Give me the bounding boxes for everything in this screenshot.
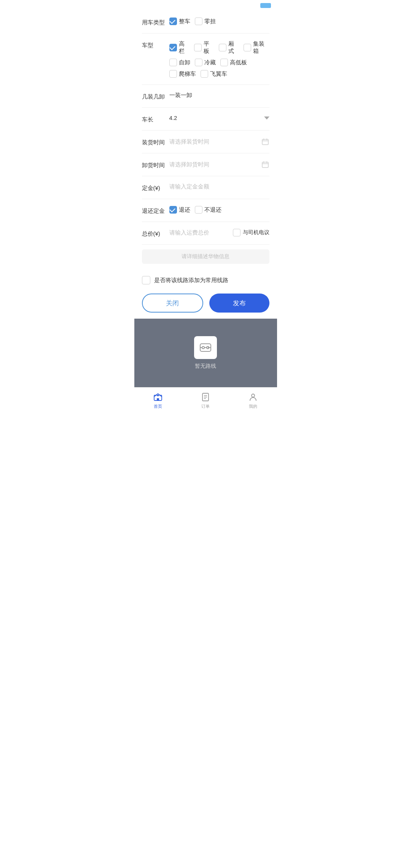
refund-option-label-0: 退还 [179, 206, 190, 214]
car-type-厢式[interactable]: 厢式 [219, 40, 239, 55]
car-type-label-高栏: 高栏 [179, 40, 190, 55]
total-price-placeholder: 请输入运费总价 [169, 229, 209, 236]
nav-profile-label: 我的 [249, 404, 257, 409]
vehicle-type-option-0[interactable]: 整车 [169, 18, 190, 25]
deposit-input[interactable]: 请输入定金金额 [169, 183, 269, 190]
car-type-label-爬梯车: 爬梯车 [179, 70, 196, 78]
car-type-label-自卸: 自卸 [179, 59, 190, 66]
refund-option-退还[interactable]: 退还 [169, 206, 190, 214]
checkbox-爬梯车[interactable] [169, 70, 177, 78]
car-type-冷藏[interactable]: 冷藏 [195, 59, 216, 66]
nav-item-home[interactable]: 首页 [134, 392, 182, 409]
car-type-label: 车型 [142, 40, 169, 49]
svg-point-22 [252, 394, 255, 397]
car-type-row: 车型 高栏 平板 厢式 集装箱 [142, 34, 269, 85]
unload-time-label: 卸货时间 [142, 160, 169, 169]
car-type-label-高低板: 高低板 [230, 59, 247, 66]
load-time-row: 装货时间 请选择装货时间 [142, 131, 269, 153]
car-type-高低板[interactable]: 高低板 [220, 59, 247, 66]
load-unload-row: 几装几卸 一装一卸 [142, 85, 269, 108]
checkbox-高低板[interactable] [220, 59, 228, 66]
car-type-label-冷藏: 冷藏 [204, 59, 216, 66]
status-bar [134, 0, 277, 11]
svg-rect-4 [262, 162, 268, 168]
calendar-icon-load [261, 137, 269, 146]
note-box[interactable]: 请详细描述华物信息 [142, 249, 269, 264]
add-route-row: 是否将该线路添加为常用线路 [142, 270, 269, 290]
checkbox-negotiate[interactable] [233, 229, 241, 236]
car-type-高栏[interactable]: 高栏 [169, 40, 190, 55]
load-time-input[interactable]: 请选择装货时间 [169, 137, 269, 146]
unload-time-placeholder: 请选择卸货时间 [169, 161, 209, 168]
refund-option-不退还[interactable]: 不退还 [195, 206, 221, 214]
car-type-options: 高栏 平板 厢式 集装箱 自卸 [169, 40, 269, 78]
checkbox-集装箱[interactable] [244, 44, 251, 51]
checkbox-高栏[interactable] [169, 44, 177, 51]
button-row: 关闭 发布 [142, 290, 269, 319]
total-price-input[interactable]: 请输入运费总价 与司机电议 [169, 229, 269, 236]
negotiate-group[interactable]: 与司机电议 [233, 229, 269, 236]
checkbox-零担[interactable] [195, 18, 202, 25]
checkbox-不退还[interactable] [195, 206, 202, 214]
car-type-飞翼车[interactable]: 飞翼车 [201, 70, 227, 78]
nav-order-label: 订单 [201, 404, 210, 409]
load-time-placeholder: 请选择装货时间 [169, 138, 209, 145]
vehicle-type-label: 用车类型 [142, 18, 169, 26]
unload-time-input[interactable]: 请选择卸货时间 [169, 160, 269, 169]
checkbox-冷藏[interactable] [195, 59, 202, 66]
checkbox-整车[interactable] [169, 18, 177, 25]
vehicle-type-option-label-1: 零担 [204, 18, 216, 25]
load-time-label: 装货时间 [142, 137, 169, 146]
calendar-icon-unload [261, 160, 269, 169]
car-length-value: 4.2 [169, 115, 177, 121]
unload-time-row: 卸货时间 请选择卸货时间 [142, 153, 269, 176]
car-type-label-平板: 平板 [204, 40, 214, 55]
checkbox-add-route[interactable] [142, 276, 150, 284]
add-route-label: 是否将该线路添加为常用线路 [154, 277, 228, 284]
no-route-icon [194, 336, 217, 359]
car-type-自卸[interactable]: 自卸 [169, 59, 190, 66]
car-length-select[interactable]: 4.2 [169, 115, 269, 121]
nav-home-label: 首页 [154, 404, 162, 409]
car-length-label: 车长 [142, 115, 169, 123]
form-container: 用车类型 整车 零担 车型 高栏 平板 [134, 11, 277, 319]
overlay-section: 暂无路线 [134, 319, 277, 387]
load-unload-text: 一装一卸 [169, 92, 192, 99]
svg-rect-16 [157, 398, 159, 400]
checkbox-自卸[interactable] [169, 59, 177, 66]
checkbox-厢式[interactable] [219, 44, 226, 51]
checkbox-平板[interactable] [194, 44, 202, 51]
deposit-placeholder: 请输入定金金额 [169, 183, 209, 190]
car-type-平板[interactable]: 平板 [194, 40, 214, 55]
load-unload-value[interactable]: 一装一卸 [169, 92, 269, 99]
nav-item-profile[interactable]: 我的 [229, 392, 277, 409]
car-type-集装箱[interactable]: 集装箱 [244, 40, 269, 55]
note-section: 请详细描述华物信息 [142, 245, 269, 270]
refund-option-label-1: 不退还 [204, 206, 221, 214]
negotiate-label: 与司机电议 [243, 229, 269, 236]
vehicle-type-option-1[interactable]: 零担 [195, 18, 216, 25]
car-type-line-1: 自卸 冷藏 高低板 [169, 59, 269, 66]
refund-deposit-label: 退还定金 [142, 206, 169, 215]
close-button[interactable]: 关闭 [142, 294, 204, 313]
car-type-label-厢式: 厢式 [228, 40, 239, 55]
vehicle-type-row: 用车类型 整车 零担 [142, 11, 269, 34]
car-type-label-集装箱: 集装箱 [253, 40, 269, 55]
deposit-row: 定金(¥) 请输入定金金额 [142, 176, 269, 199]
publish-button[interactable]: 发布 [209, 294, 269, 313]
svg-rect-0 [262, 139, 268, 145]
car-type-爬梯车[interactable]: 爬梯车 [169, 70, 196, 78]
nav-item-order[interactable]: 订单 [182, 392, 229, 409]
refund-deposit-row: 退还定金 退还 不退还 [142, 199, 269, 222]
battery-icon [260, 3, 271, 8]
svg-rect-14 [204, 347, 207, 348]
car-length-row: 车长 4.2 [142, 108, 269, 131]
checkbox-飞翼车[interactable] [201, 70, 208, 78]
car-type-line-2: 爬梯车 飞翼车 [169, 70, 269, 78]
note-text: 请详细描述华物信息 [182, 253, 229, 259]
publish-button-label: 发布 [233, 299, 246, 308]
refund-options: 退还 不退还 [169, 206, 269, 214]
profile-icon [248, 392, 258, 402]
checkbox-退还[interactable] [169, 206, 177, 214]
total-price-row: 总价(¥) 请输入运费总价 与司机电议 [142, 222, 269, 245]
